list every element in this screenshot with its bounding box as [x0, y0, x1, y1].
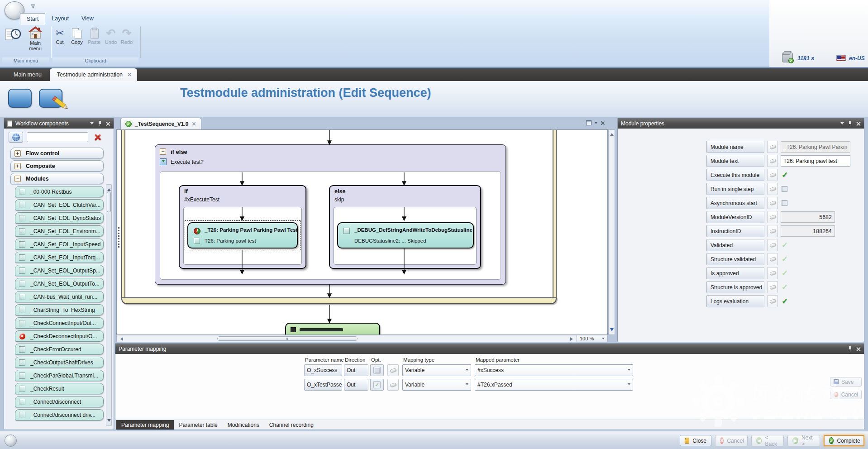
eraser-button[interactable] [387, 379, 399, 391]
property-label-button[interactable]: Is approved [706, 267, 764, 279]
mapping-type-dropdown[interactable]: Variable [402, 364, 471, 376]
checkmark-icon[interactable]: ✓ [782, 296, 788, 306]
property-label-button[interactable]: Module text [706, 155, 764, 167]
checkmark-icon[interactable]: ✓ [782, 240, 788, 250]
module-list-item[interactable]: _CAN_Set_EOL_Environm... [15, 225, 104, 237]
parameter-name-cell[interactable]: O_xSuccess [304, 364, 342, 376]
expand-toggle-icon[interactable]: + [14, 163, 21, 169]
eraser-button[interactable] [767, 183, 778, 195]
module-list-item[interactable]: _00-000 Restbus [15, 186, 104, 197]
tree-group-header[interactable]: + Flow control [10, 148, 104, 159]
parameter-name-cell[interactable]: O_xTestPassed [304, 379, 342, 391]
scroll-down-icon[interactable] [610, 328, 614, 333]
scrollbar-thumb[interactable] [217, 336, 358, 341]
tree-group-header[interactable]: − Modules [10, 173, 104, 184]
checkmark-icon[interactable]: ✓ [782, 170, 788, 180]
pin-icon[interactable] [848, 120, 852, 126]
module-list-item[interactable]: _Connect/disconnect driv... [15, 409, 104, 420]
clipboard-button[interactable]: Copy [71, 27, 83, 45]
property-label-button[interactable]: InstructionID [706, 225, 764, 237]
panel-menu-caret-icon[interactable] [840, 122, 844, 126]
checkbox[interactable] [782, 200, 787, 206]
module-list-item[interactable]: _CheckOutputShaftDrives [15, 357, 104, 368]
eraser-button[interactable] [387, 364, 399, 376]
complete-button[interactable]: ✓ Complete [824, 435, 864, 446]
eraser-button[interactable] [767, 211, 778, 223]
property-input[interactable] [781, 141, 850, 153]
checkmark-icon[interactable]: ✓ [782, 282, 788, 292]
module-list-item[interactable]: _CheckParGlobal.Transmi... [15, 370, 104, 381]
schedule-icon-button[interactable] [5, 27, 22, 43]
module-list-item[interactable]: _CAN_Set_EOL_DynoStatus [15, 212, 104, 224]
eraser-button[interactable] [767, 155, 778, 167]
pin-icon[interactable] [98, 120, 102, 126]
eraser-button[interactable] [767, 169, 778, 181]
expand-toggle-icon[interactable]: − [14, 176, 21, 182]
eraser-button[interactable] [767, 281, 778, 293]
canvas-close-icon[interactable] [601, 121, 605, 125]
checkbox[interactable] [782, 186, 787, 192]
sequence-tab-close-icon[interactable]: ✕ [192, 121, 196, 127]
close-button[interactable]: Close [680, 435, 711, 446]
mapping-tab[interactable]: Channel recording [264, 420, 319, 430]
optional-checkbox[interactable] [373, 381, 381, 388]
tab-close-icon[interactable]: ✕ [127, 72, 132, 77]
property-label-button[interactable]: Logs evaluation [706, 295, 764, 307]
close-icon[interactable] [856, 347, 861, 351]
document-tab[interactable]: Testmodule administration ✕ [50, 68, 137, 81]
module-list-item[interactable]: _CAN_Set_EOL_OutputSp... [15, 265, 104, 276]
module-list-item[interactable]: _CheckResult [15, 383, 104, 394]
expand-toggle-icon[interactable]: + [14, 150, 21, 157]
window-menu-caret-icon[interactable] [595, 122, 597, 125]
property-label-button[interactable]: Structure is approved [706, 281, 764, 293]
close-icon[interactable] [856, 121, 861, 126]
next-button[interactable]: ▶ Next > [787, 435, 820, 446]
checkmark-icon[interactable]: ✓ [782, 268, 788, 278]
module-list-item[interactable]: _CAN-bus_Wait_until_run... [15, 291, 104, 302]
module-list-item[interactable]: _CheckErrorOccured [15, 344, 104, 355]
scroll-up-icon[interactable] [107, 186, 111, 191]
cancel-button[interactable]: ✕ Cancel [715, 435, 748, 446]
t26-module-node[interactable]: _T26: Parking Pawl Parking Pawl Test T26… [187, 222, 298, 248]
module-list-item[interactable]: _CharString_To_HexString [15, 304, 104, 315]
sequence-tab[interactable]: ✓ _TestSequence_V1.0 ✕ [120, 118, 201, 129]
module-list-item[interactable]: _CAN_Set_EOL_ClutchVar... [15, 199, 104, 210]
quick-access-caret-icon[interactable]: ▾ [30, 4, 36, 10]
save-button[interactable]: Save [830, 377, 862, 387]
search-button[interactable] [9, 132, 23, 143]
mapping-cancel-button[interactable]: Cancel [830, 390, 862, 399]
next-module-node-clipped[interactable] [285, 323, 380, 335]
mapped-parameter-dropdown[interactable]: #T26.xPassed [475, 379, 633, 391]
eraser-button[interactable] [767, 239, 778, 251]
eraser-button[interactable] [767, 267, 778, 279]
eraser-button[interactable] [767, 141, 778, 153]
module-list-item[interactable]: _CAN_Set_EOL_InputTorq... [15, 252, 104, 263]
property-label-button[interactable]: Structure validated [706, 253, 764, 265]
locale-label[interactable]: en-US [849, 55, 865, 62]
mapping-type-dropdown[interactable]: Variable [402, 379, 471, 391]
document-tab[interactable]: Main menu ✕ [5, 68, 50, 81]
ribbon-tab[interactable]: Layout [45, 13, 75, 25]
property-label-button[interactable]: Run in single step [706, 183, 764, 195]
property-input[interactable] [781, 155, 850, 167]
property-label-button[interactable]: Execute this module [706, 169, 764, 181]
main-menu-button[interactable]: Main menu [24, 26, 47, 51]
property-label-button[interactable]: Validated [706, 239, 764, 251]
optional-checkbox[interactable] [373, 367, 381, 374]
collapse-toggle-icon[interactable]: − [160, 148, 166, 155]
ribbon-tab[interactable]: View [75, 13, 100, 25]
clipboard-button[interactable]: Paste [88, 27, 100, 45]
module-list-item[interactable]: _Connect/disconnect [15, 396, 104, 407]
checkmark-icon[interactable]: ✓ [782, 254, 788, 264]
tree-scrollbar[interactable] [106, 184, 112, 426]
canvas-vertical-scrollbar[interactable] [608, 129, 615, 335]
diagram-viewport[interactable]: − if else Execute test? if #xExecuteTest… [116, 129, 608, 335]
scrollbar-thumb[interactable] [107, 191, 111, 212]
debug-module-node[interactable]: _DEBUG_DefStringAndWriteToDebugStatuslin… [337, 222, 474, 248]
close-icon[interactable] [106, 121, 110, 126]
pin-icon[interactable] [848, 346, 852, 352]
scroll-right-icon[interactable] [570, 337, 575, 341]
module-list-item[interactable]: _CheckConnectInput/Out... [15, 317, 104, 329]
mapping-tab[interactable]: Parameter mapping [116, 420, 174, 430]
module-list-item[interactable]: _CAN_Set_EOL_InputSpeed [15, 239, 104, 250]
